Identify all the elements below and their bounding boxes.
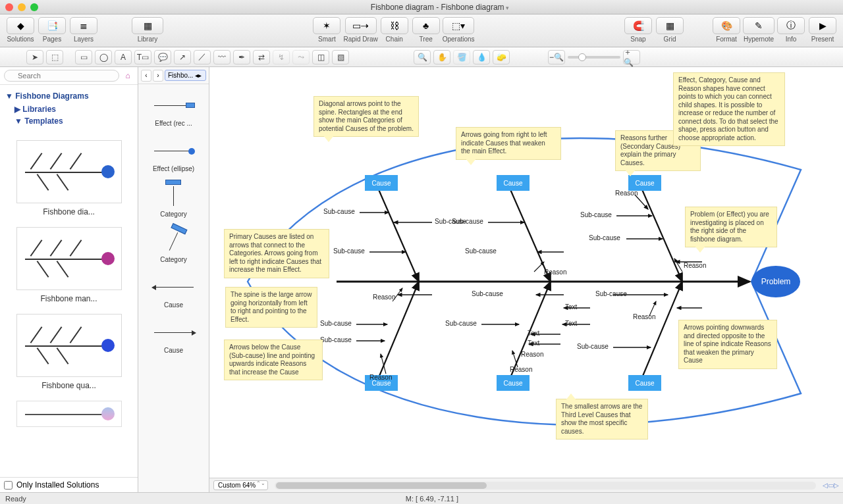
reason-label: Reason (510, 366, 532, 373)
eraser-tool[interactable]: 🧽 (493, 50, 510, 64)
window-title[interactable]: Fishbone diagram - Fishbone diagram (42, 3, 838, 12)
zoom-tool[interactable]: 🔍 (414, 50, 431, 64)
text-tool[interactable]: A (115, 50, 132, 64)
template-item[interactable]: Fishbone dia... (7, 140, 131, 216)
annotation-note: Effect, Category, Cause and Reason shape… (673, 72, 785, 146)
subcause-label: Sub-cause (445, 320, 477, 327)
subcause-label: Sub-cause (577, 343, 609, 350)
status-ready: Ready (5, 495, 26, 503)
ellipse-tool[interactable]: ◯ (95, 50, 112, 64)
reason-label: Reason (521, 351, 543, 358)
connector-tool[interactable]: ⇄ (253, 50, 270, 64)
connector2-tool[interactable]: ↯ (273, 50, 290, 64)
cause-box[interactable]: Cause (497, 375, 530, 391)
annotation-note: Diagonal arrows point to the spine. Rect… (313, 96, 419, 137)
subcause-label: Sub-cause (472, 290, 503, 297)
reason-label: Reason (615, 189, 638, 197)
cause-box[interactable]: Cause (628, 375, 661, 391)
line-tool[interactable]: ／ (194, 50, 211, 64)
search-input[interactable] (4, 70, 119, 82)
problem-node[interactable]: Problem (751, 266, 800, 297)
close-window-button[interactable] (5, 3, 13, 11)
shapes-back-button[interactable]: ‹ (141, 70, 151, 82)
sidebar-item-templates[interactable]: ▼ Templates (5, 115, 132, 127)
library-button[interactable]: ▦ (132, 17, 163, 34)
present-button[interactable]: ▶ (809, 17, 836, 34)
smart-button[interactable]: ✶ (313, 17, 340, 34)
page-nav-icon[interactable]: ◁▭▷ (823, 482, 839, 489)
info-button[interactable]: ⓘ (777, 17, 805, 34)
horizontal-scrollbar[interactable] (275, 482, 816, 490)
tool-strip: ➤ ⬚ ▭ ◯ A T▭ 💬 ↗ ／ 〰 ✒ ⇄ ↯ ⤳ ◫ ▧ 🔍 ✋ 🪣 💧… (0, 47, 843, 67)
arrow-tool[interactable]: ↗ (174, 50, 191, 64)
zoom-select[interactable]: Custom 64% (213, 480, 268, 490)
callout-tool[interactable]: 💬 (154, 50, 171, 64)
template-item[interactable]: Fishbone qua... (7, 314, 131, 390)
cause-box[interactable]: Cause (628, 175, 661, 191)
connector3-tool[interactable]: ⤳ (292, 50, 310, 64)
subcause-label: Sub-cause (320, 320, 352, 327)
solutions-button[interactable]: ◆ (7, 17, 34, 34)
annotation-note: The spine is the large arrow going horiz… (225, 287, 317, 328)
stamp-tool[interactable]: ◫ (312, 50, 329, 64)
zoom-slider[interactable] (568, 56, 620, 59)
marquee-tool[interactable]: ⬚ (46, 50, 63, 64)
template-item[interactable]: Fishbone man... (7, 227, 131, 303)
only-installed-checkbox[interactable] (4, 481, 13, 490)
svg-line-6 (641, 282, 682, 379)
fill-tool[interactable]: 🪣 (453, 50, 470, 64)
zoom-in-button[interactable]: ＋🔍 (623, 50, 640, 64)
svg-line-3 (641, 188, 682, 282)
tree-button[interactable]: ♣ (412, 17, 440, 34)
curve-tool[interactable]: 〰 (213, 50, 231, 64)
drawing-canvas[interactable]: Problem Cause Cause Cause Cause Cause Ca… (209, 67, 843, 478)
zoom-out-button[interactable]: −🔍 (548, 50, 565, 64)
shapes-forward-button[interactable]: › (153, 70, 163, 82)
pages-button[interactable]: 📑 (38, 17, 66, 34)
main-toolbar: ◆Solutions 📑Pages ≣Layers ▦Library ✶Smar… (0, 14, 843, 47)
reason-label: Reason (684, 262, 706, 269)
chain-button[interactable]: ⛓ (381, 17, 408, 34)
shape-item[interactable]: Category (142, 186, 205, 218)
subcause-label: Sub-cause (595, 290, 627, 297)
shape-item[interactable]: Effect (rec ... (142, 95, 205, 127)
zoom-window-button[interactable] (30, 3, 38, 11)
operations-button[interactable]: ⬚▾ (443, 17, 474, 34)
cause-box[interactable]: Cause (365, 175, 398, 191)
sidebar-section-header[interactable]: ▼ Fishbone Diagrams (5, 91, 132, 101)
annotation-note: Arrows below the Cause (Sub-cause) line … (224, 340, 323, 380)
subcause-label: Sub-cause (320, 336, 352, 343)
status-bar: Ready M: [ 6.49, -7.11 ] (0, 492, 843, 504)
shape-item[interactable]: Category (142, 231, 205, 263)
hand-tool[interactable]: ✋ (433, 50, 450, 64)
shapes-breadcrumb[interactable]: Fishbo... ◂▸ (165, 70, 206, 81)
main-area: ⌂ ▼ Fishbone Diagrams ▶ Libraries ▼ Temp… (0, 67, 843, 492)
text-label: Text (565, 303, 577, 311)
shape-item[interactable]: Cause (142, 322, 205, 354)
snap-button[interactable]: 🧲 (624, 17, 652, 34)
rectangle-tool[interactable]: ▭ (75, 50, 92, 64)
home-icon[interactable]: ⌂ (122, 70, 134, 82)
shape-item[interactable]: Effect (ellipse) (142, 140, 205, 172)
pointer-tool[interactable]: ➤ (26, 50, 43, 64)
format-button[interactable]: 🎨 (713, 17, 740, 34)
pen-tool[interactable]: ✒ (233, 50, 250, 64)
minimize-window-button[interactable] (18, 3, 26, 11)
subcause-label: Sub-cause (452, 218, 483, 225)
grid-button[interactable]: ▦ (656, 17, 684, 34)
shape-item[interactable]: Cause (142, 276, 205, 309)
subcause-label: Sub-cause (323, 208, 355, 215)
cause-box[interactable]: Cause (497, 175, 530, 191)
rapid-draw-button[interactable]: ▭⇢ (345, 17, 377, 34)
hypernote-button[interactable]: ✎ (743, 17, 775, 34)
template-item[interactable] (7, 401, 131, 427)
reason-label: Reason (544, 268, 566, 276)
eyedropper-tool[interactable]: 💧 (473, 50, 490, 64)
image-tool[interactable]: ▧ (332, 50, 349, 64)
layers-button[interactable]: ≣ (70, 17, 97, 34)
sidebar-item-libraries[interactable]: ▶ Libraries (5, 103, 132, 115)
annotation-note: Problem (or Effect) you are investigatin… (685, 207, 777, 247)
subcause-label: Sub-cause (333, 247, 365, 255)
textbox-tool[interactable]: T▭ (134, 50, 151, 64)
reason-label: Reason (633, 313, 655, 320)
